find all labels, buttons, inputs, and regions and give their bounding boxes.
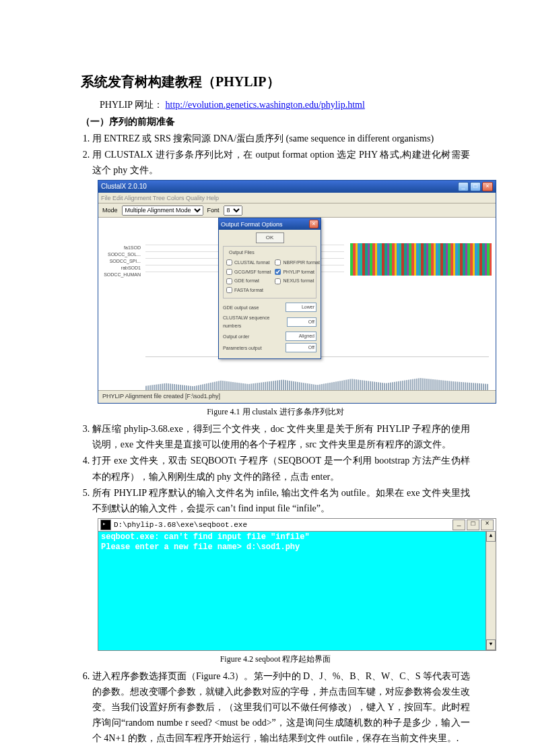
field-label: Output order (223, 333, 249, 341)
section-heading: （一）序列的前期准备 (81, 114, 470, 129)
checkbox-label: GCG/MSF format (234, 268, 271, 276)
step-list: 解压缩 phylip-3.68.exe，得到三个文件夹，doc 文件夹里是关于所… (81, 421, 470, 516)
maximize-icon[interactable]: □ (470, 182, 481, 191)
output-format-dialog: Output Format Options × OK Output Files … (218, 218, 321, 359)
ok-button[interactable]: OK (256, 232, 284, 243)
list-item: 所有 PHYLIP 程序默认的输入文件名为 infile, 输出文件名为 out… (92, 485, 470, 516)
checkbox-label: CLUSTAL format (234, 259, 270, 267)
seqboot-console: D:\phylip-3.68\exe\seqboot.exe _ □ × seq… (98, 518, 496, 651)
gde-case-select[interactable]: Lower (286, 303, 316, 312)
field-label: Parameters output (223, 344, 262, 352)
phylip-checkbox[interactable] (275, 269, 281, 275)
minimize-icon[interactable]: _ (458, 182, 469, 191)
minimize-icon[interactable]: _ (453, 519, 465, 530)
window-titlebar: ClustalX 2.0.10 _ □ × (98, 181, 496, 193)
seq-name: SODCC_SOL... (104, 251, 141, 258)
list-item: 进入程序参数选择页面（Figure 4.3）。第一列中的 D、J、%、B、R、W… (92, 668, 470, 746)
alignment-color-block (350, 243, 492, 276)
dialog-titlebar: Output Format Options × (219, 218, 321, 230)
font-select[interactable]: 8 (224, 206, 242, 216)
scrollbar[interactable]: ▲ ▼ (486, 531, 496, 650)
window-title: ClustalX 2.0.10 (101, 181, 147, 193)
clustal-checkbox[interactable] (226, 259, 232, 265)
list-item: 解压缩 phylip-3.68.exe，得到三个文件夹，doc 文件夹里是关于所… (92, 421, 470, 452)
seqnum-select[interactable]: Off (287, 317, 316, 327)
step-list: 进入程序参数选择页面（Figure 4.3）。第一列中的 D、J、%、B、R、W… (81, 668, 470, 746)
order-select[interactable]: Aligned (286, 332, 316, 341)
phylip-link[interactable]: http://evolution.genetics.washington.edu… (166, 100, 365, 110)
fasta-checkbox[interactable] (226, 287, 232, 293)
figure-caption: Figure 4.2 seqboot 程序起始界面 (81, 653, 470, 666)
nbrf-checkbox[interactable] (275, 259, 281, 265)
close-icon[interactable]: × (481, 519, 494, 530)
maximize-icon[interactable]: □ (467, 519, 479, 530)
checkbox-label: PHYLIP format (283, 268, 314, 276)
checkbox-label: GDE format (234, 277, 259, 285)
status-bar: PHYLIP Alignment file created [F:\sod1.p… (98, 390, 496, 403)
seq-name: SODCC_HUMAN (104, 272, 141, 278)
page-title: 系统发育树构建教程（PHYLIP） (81, 71, 470, 93)
mode-label: Mode (102, 206, 118, 216)
toolbar: Mode Multiple Alignment Mode Font 8 (98, 203, 496, 218)
figure-caption: Figure 4.1 用 clustalx 进行多条序列比对 (81, 406, 470, 419)
params-select[interactable]: Off (286, 343, 316, 352)
gcg-checkbox[interactable] (226, 269, 232, 275)
dialog-title: Output Format Options (221, 220, 283, 230)
identity-graph (145, 356, 489, 391)
sequence-names: fa1SOD SODCC_SOL... SODCC_SPI... rabSOD1… (104, 245, 141, 278)
seq-name: rabSOD1 (104, 265, 141, 272)
console-titlebar: D:\phylip-3.68\exe\seqboot.exe _ □ × (98, 519, 496, 532)
gde-checkbox[interactable] (226, 278, 232, 284)
seq-name: fa1SOD (104, 245, 141, 251)
mode-select[interactable]: Multiple Alignment Mode (122, 206, 203, 216)
list-item: 用 CLUSTALX 进行多条序列比对，在 output format opti… (92, 147, 470, 178)
close-icon[interactable]: × (309, 220, 319, 228)
intro-line: PHYLIP 网址： http://evolution.genetics.was… (81, 97, 470, 113)
output-files-group: Output Files CLUSTAL format GCG/MSF form… (223, 246, 316, 299)
cmd-icon (100, 519, 111, 530)
clustalx-window: ClustalX 2.0.10 _ □ × File Edit Alignmen… (98, 180, 496, 404)
checkbox-label: NBRF/PIR format (283, 259, 319, 267)
console-title-text: D:\phylip-3.68\exe\seqboot.exe (114, 519, 247, 531)
checkbox-label: FASTA format (234, 286, 263, 294)
group-label: Output Files (228, 249, 256, 257)
font-label: Font (207, 206, 220, 216)
scroll-down-icon[interactable]: ▼ (486, 639, 496, 650)
menu-bar[interactable]: File Edit Alignment Tree Colors Quality … (98, 193, 496, 203)
intro-prefix: PHYLIP 网址： (100, 100, 166, 110)
nexus-checkbox[interactable] (275, 278, 281, 284)
field-label: GDE output case (223, 304, 259, 312)
list-item: 打开 exe 文件夹，双击 SEQBOOTt 子程序（SEQBOOT 是一个利用… (92, 453, 470, 484)
step-list: 用 ENTREZ 或 SRS 搜索同源 DNA/蛋白质序列 (same sequ… (81, 131, 470, 178)
checkbox-label: NEXUS format (283, 277, 314, 285)
scroll-up-icon[interactable]: ▲ (486, 531, 496, 542)
seq-name: SODCC_SPI... (104, 258, 141, 265)
field-label: CLUSTALW sequence numbers (223, 314, 287, 329)
list-item: 用 ENTREZ 或 SRS 搜索同源 DNA/蛋白质序列 (same sequ… (92, 131, 470, 146)
console-output[interactable]: seqboot.exe: can't find input file "infi… (98, 531, 486, 650)
close-icon[interactable]: × (482, 182, 493, 191)
